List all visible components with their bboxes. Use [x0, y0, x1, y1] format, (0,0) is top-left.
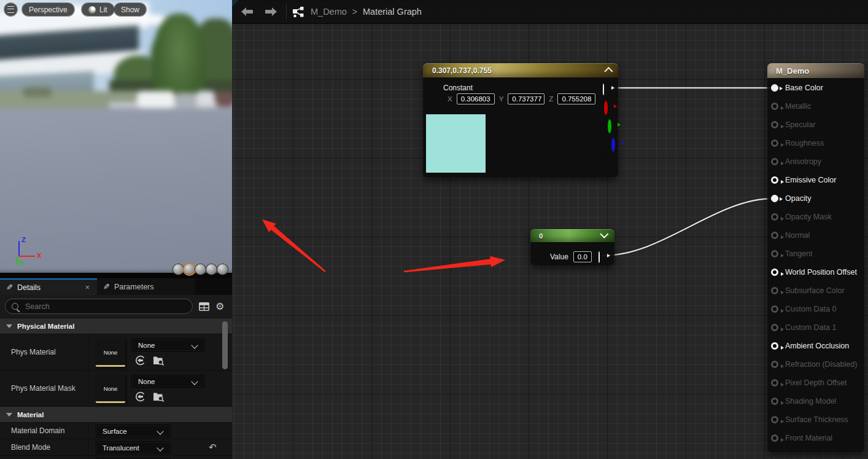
output-pin-r[interactable]	[604, 101, 608, 115]
phys-material-thumbnail[interactable]: None	[96, 338, 125, 367]
result-pin-tangent[interactable]: Tangent	[767, 245, 864, 263]
result-pin-normal[interactable]: Normal	[767, 226, 864, 245]
z-value-field[interactable]: 0.755208	[557, 93, 595, 104]
scalar-output-pin[interactable]	[599, 251, 600, 263]
result-pin-metallic[interactable]: Metallic	[767, 97, 864, 116]
result-pin-roughness[interactable]: Roughness	[767, 134, 864, 152]
constant-color-swatch	[426, 114, 486, 173]
result-pin-base-color[interactable]: Base Color	[767, 79, 864, 97]
preview-shape-mesh[interactable]	[217, 264, 228, 275]
preview-shape-cube[interactable]	[206, 264, 217, 275]
browse-asset-icon[interactable]	[153, 355, 165, 366]
pin-circle[interactable]	[771, 195, 778, 202]
result-pin-pixel-depth-offset[interactable]: Pixel Depth Offset	[767, 374, 864, 392]
pin-circle[interactable]	[771, 324, 778, 331]
forward-arrow-icon[interactable]	[263, 4, 279, 20]
pin-label: Pixel Depth Offset	[785, 379, 847, 387]
pin-label: Tangent	[785, 249, 812, 258]
pin-label: Refraction (Disabled)	[785, 360, 857, 369]
preview-shape-cylinder[interactable]	[173, 264, 184, 275]
blend-mode-dropdown[interactable]: Translucent	[96, 441, 171, 454]
result-pin-custom-data-0[interactable]: Custom Data 0	[767, 300, 864, 318]
result-pin-surface-thickness[interactable]: Surface Thickness	[767, 410, 864, 429]
material-domain-dropdown[interactable]: Surface	[96, 425, 171, 437]
section-physical-material[interactable]: Physical Material	[0, 318, 232, 334]
row-label: Blend Mode	[11, 443, 50, 452]
y-value-field[interactable]: 0.737377	[508, 93, 544, 104]
section-material[interactable]: Material	[0, 406, 232, 423]
perspective-button[interactable]: Perspective	[22, 3, 74, 16]
result-pin-ambient-occlusion[interactable]: Ambient Occlusion	[767, 337, 864, 355]
breadcrumb-page[interactable]: Material Graph	[363, 7, 422, 17]
details-scrollbar-thumb[interactable]	[222, 321, 228, 369]
pin-circle[interactable]	[771, 416, 778, 423]
x-value-field[interactable]: 0.306803	[457, 93, 495, 104]
phys-material-mask-thumbnail[interactable]: None	[96, 374, 125, 403]
close-icon[interactable]: ×	[83, 283, 91, 292]
result-pin-world-position-offset[interactable]: World Position Offset	[767, 263, 864, 281]
result-pin-custom-data-1[interactable]: Custom Data 1	[767, 318, 864, 337]
search-input[interactable]	[24, 302, 174, 312]
pin-circle[interactable]	[771, 361, 778, 368]
result-pin-opacity-mask[interactable]: Opacity Mask	[767, 208, 864, 226]
pin-circle[interactable]	[771, 250, 778, 257]
preview-shape-plane[interactable]	[195, 264, 206, 275]
pin-circle[interactable]	[771, 121, 778, 128]
show-button[interactable]: Show	[114, 3, 146, 16]
pin-circle[interactable]	[771, 398, 778, 405]
result-pin-shading-model[interactable]: Shading Model	[767, 392, 864, 410]
breadcrumb-asset[interactable]: M_Demo	[311, 7, 347, 17]
result-pin-refraction-disabled[interactable]: Refraction (Disabled)	[767, 355, 864, 374]
pin-circle[interactable]	[771, 103, 778, 110]
result-pin-anisotropy[interactable]: Anisotropy	[767, 152, 864, 171]
phys-material-mask-dropdown[interactable]: None	[131, 375, 205, 388]
result-pin-opacity[interactable]: Opacity	[767, 189, 864, 208]
pin-circle[interactable]	[771, 232, 778, 239]
output-pin-g[interactable]	[608, 119, 611, 133]
pin-circle[interactable]	[771, 434, 778, 442]
pin-circle[interactable]	[771, 158, 778, 165]
scalar-node[interactable]: 0 Value 0.0	[530, 229, 614, 265]
pin-circle[interactable]	[771, 84, 778, 92]
pin-circle[interactable]	[771, 305, 778, 313]
pin-circle[interactable]	[771, 379, 778, 386]
preview-shape-sphere[interactable]	[184, 264, 195, 275]
parameters-pencil-icon: ✎	[103, 282, 110, 291]
use-selected-icon[interactable]	[135, 355, 145, 366]
result-node-header[interactable]: M_Demo	[767, 63, 864, 78]
result-pin-emissive-color[interactable]: Emissive Color	[767, 171, 864, 189]
output-pin-rgb[interactable]	[603, 84, 604, 95]
pin-circle[interactable]	[771, 139, 778, 147]
phys-material-dropdown[interactable]: None	[131, 339, 205, 351]
pin-circle[interactable]	[771, 176, 778, 184]
gear-icon[interactable]: ⚙	[215, 300, 224, 312]
result-pin-front-material[interactable]: Front Material	[767, 429, 864, 447]
tab-parameters[interactable]: ✎ Parameters	[97, 278, 195, 295]
use-selected-icon[interactable]	[135, 391, 145, 402]
display-options-icon[interactable]	[199, 302, 209, 311]
collapse-chevron-icon[interactable]	[600, 230, 608, 238]
constant3-node[interactable]: 0.307,0.737,0.755 Constant X 0.306803 Y …	[423, 63, 618, 178]
pin-circle[interactable]	[771, 287, 778, 294]
pin-circle[interactable]	[771, 213, 778, 221]
pin-circle[interactable]	[771, 269, 778, 276]
browse-asset-icon[interactable]	[153, 391, 165, 402]
result-pin-subsurface-color[interactable]: Subsurface Color	[767, 281, 864, 300]
result-pin-specular[interactable]: Specular	[767, 116, 864, 134]
lit-mode-button[interactable]: Lit	[82, 3, 114, 16]
reset-to-default-icon[interactable]: ↶	[209, 442, 217, 453]
output-pin-b[interactable]	[611, 138, 615, 152]
viewport-3d-preview[interactable]: Perspective Lit Show Z X Y	[0, 0, 232, 278]
pin-label: World Position Offset	[785, 268, 857, 277]
pin-circle[interactable]	[771, 342, 778, 350]
back-arrow-icon[interactable]	[239, 4, 255, 20]
tab-details[interactable]: ✎ Details ×	[0, 278, 97, 295]
graph-toolbar: M_Demo > Material Graph	[232, 0, 868, 24]
search-box[interactable]	[5, 299, 193, 314]
scalar-node-header[interactable]: 0	[530, 229, 614, 242]
scalar-value-field[interactable]: 0.0	[573, 251, 592, 262]
viewport-menu-button[interactable]	[4, 3, 17, 16]
collapse-chevron-icon[interactable]	[604, 67, 613, 76]
material-result-node[interactable]: M_Demo Base ColorMetallicSpecularRoughne…	[767, 63, 864, 452]
constant3-node-header[interactable]: 0.307,0.737,0.755	[423, 63, 618, 77]
